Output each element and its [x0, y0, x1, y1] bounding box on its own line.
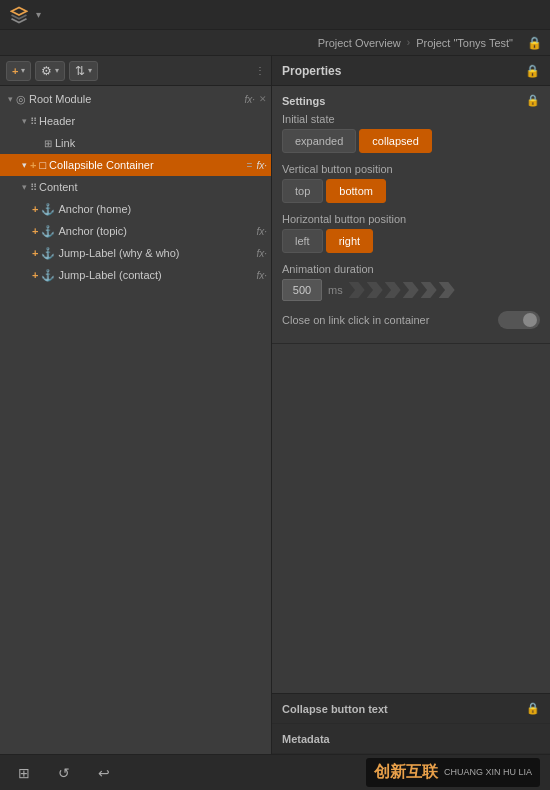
close-link-toggle[interactable] [498, 311, 540, 329]
jump-contact-icon: ⚓ [41, 269, 55, 282]
left-panel: + ▾ ⚙ ▾ ⇅ ▾ ⋮ ▾ ◎ Root Module fx· [0, 56, 272, 754]
content-label: Content [39, 181, 271, 193]
toggle-collapsible[interactable]: ▾ [18, 160, 30, 170]
close-link-label: Close on link click in container [282, 314, 429, 326]
tree-item-jump-label-why[interactable]: + ⚓ Jump-Label (why & who) fx· [0, 242, 271, 264]
collapsible-add-icon[interactable]: + [30, 159, 36, 171]
horizontal-btn-label: Horizontal button position [282, 213, 540, 225]
grid-view-button[interactable]: ⊞ [10, 759, 38, 787]
settings-section: Settings 🔒 Initial state expanded collap… [272, 86, 550, 344]
animation-controls: ms [282, 279, 540, 301]
anchor-home-add-icon[interactable]: + [32, 203, 38, 215]
collapse-btn-text-section[interactable]: Collapse button text 🔒 [272, 694, 550, 724]
vertical-top-btn[interactable]: top [282, 179, 323, 203]
metadata-section[interactable]: Metadata [272, 724, 550, 754]
root-module-fx: fx· [244, 94, 255, 105]
back-button[interactable]: ↩ [90, 759, 118, 787]
arrow-step-5[interactable] [421, 282, 437, 298]
jump-contact-label: Jump-Label (contact) [58, 269, 256, 281]
initial-state-row: Initial state expanded collapsed [282, 113, 540, 153]
initial-state-btn-group: expanded collapsed [282, 129, 540, 153]
tree-item-content[interactable]: ▾ ⠿ Content [0, 176, 271, 198]
link-label: Link [55, 137, 271, 149]
header-icon: ⠿ [30, 116, 36, 127]
settings-icon: ⚙ [41, 64, 52, 78]
animation-duration-row: Animation duration ms [282, 263, 540, 301]
vertical-btn-label: Vertical button position [282, 163, 540, 175]
arrow-step-3[interactable] [385, 282, 401, 298]
tree-item-header[interactable]: ▾ ⠿ Header [0, 110, 271, 132]
collapsible-eq-icon[interactable]: = [247, 160, 253, 171]
content-icon: ⠿ [30, 182, 36, 193]
root-module-icon: ◎ [16, 93, 26, 106]
arrow-step-4[interactable] [403, 282, 419, 298]
breadcrumb-lock-icon: 🔒 [527, 36, 542, 50]
collapsible-fx: fx· [256, 160, 267, 171]
props-spacer [272, 344, 550, 693]
arrow-step-2[interactable] [367, 282, 383, 298]
collapse-btn-lock-icon: 🔒 [526, 702, 540, 715]
watermark-logo-icon: 创新互联 [374, 762, 438, 783]
jump-why-fx: fx· [256, 248, 267, 259]
add-caret-icon: ▾ [21, 66, 25, 75]
breadcrumb-current-project[interactable]: Project "Tonys Test" [416, 37, 513, 49]
app-menu-trigger[interactable]: ▾ [36, 9, 41, 20]
collapsible-icon: □ [39, 159, 46, 171]
toggle-root-module[interactable]: ▾ [4, 94, 16, 104]
tree-item-link[interactable]: ▸ ⊞ Link [0, 132, 271, 154]
horizontal-btn-group: left right [282, 229, 540, 253]
main-area: + ▾ ⚙ ▾ ⇅ ▾ ⋮ ▾ ◎ Root Module fx· [0, 56, 550, 754]
app-logo[interactable] [8, 4, 30, 26]
root-module-label: Root Module [29, 93, 244, 105]
settings-tool-button[interactable]: ⚙ ▾ [35, 61, 65, 81]
breadcrumb-arrow: › [407, 37, 410, 48]
arrow-step-6[interactable] [439, 282, 455, 298]
animation-arrow-steps [349, 282, 455, 298]
tree-item-collapsible-container[interactable]: ▾ + □ Collapsible Container = fx· [0, 154, 271, 176]
jump-contact-add-icon[interactable]: + [32, 269, 38, 281]
toggle-header[interactable]: ▾ [18, 116, 30, 126]
breadcrumb-bar: Project Overview › Project "Tonys Test" … [0, 30, 550, 56]
tree-options-icon[interactable]: ⋮ [255, 65, 265, 76]
watermark-area: 创新互联 CHUANG XIN HU LIA [130, 758, 540, 787]
initial-state-label: Initial state [282, 113, 540, 125]
link-icon: ⊞ [44, 138, 52, 149]
close-link-row: Close on link click in container [282, 311, 540, 329]
vertical-bottom-btn[interactable]: bottom [326, 179, 386, 203]
arrow-step-1[interactable] [349, 282, 365, 298]
anchor-home-icon: ⚓ [41, 203, 55, 216]
anchor-topic-fx: fx· [256, 226, 267, 237]
anchor-topic-label: Anchor (topic) [58, 225, 256, 237]
jump-why-icon: ⚓ [41, 247, 55, 260]
add-element-button[interactable]: + ▾ [6, 61, 31, 81]
vertical-btn-group: top bottom [282, 179, 540, 203]
vertical-btn-row: Vertical button position top bottom [282, 163, 540, 203]
tree-item-jump-label-contact[interactable]: + ⚓ Jump-Label (contact) fx· [0, 264, 271, 286]
undo-icon: ↺ [58, 765, 70, 781]
properties-header: Properties 🔒 [272, 56, 550, 86]
toggle-content[interactable]: ▾ [18, 182, 30, 192]
initial-state-expanded-btn[interactable]: expanded [282, 129, 356, 153]
undo-button[interactable]: ↺ [50, 759, 78, 787]
tree-item-anchor-topic[interactable]: + ⚓ Anchor (topic) fx· [0, 220, 271, 242]
animation-unit: ms [328, 284, 343, 296]
breadcrumb-project-overview[interactable]: Project Overview [318, 37, 401, 49]
anchor-topic-add-icon[interactable]: + [32, 225, 38, 237]
jump-contact-fx: fx· [256, 270, 267, 281]
animation-value-input[interactable] [282, 279, 322, 301]
initial-state-collapsed-btn[interactable]: collapsed [359, 129, 431, 153]
collapsible-label: Collapsible Container [49, 159, 247, 171]
bottom-sections: Collapse button text 🔒 Metadata [272, 693, 550, 754]
settings-lock-icon: 🔒 [526, 94, 540, 107]
plus-icon: + [12, 65, 18, 77]
horizontal-left-btn[interactable]: left [282, 229, 323, 253]
properties-lock-icon: 🔒 [525, 64, 540, 78]
settings-caret-icon: ▾ [55, 66, 59, 75]
back-icon: ↩ [98, 765, 110, 781]
anchor-topic-icon: ⚓ [41, 225, 55, 238]
sync-tool-button[interactable]: ⇅ ▾ [69, 61, 98, 81]
tree-item-anchor-home[interactable]: + ⚓ Anchor (home) [0, 198, 271, 220]
horizontal-right-btn[interactable]: right [326, 229, 373, 253]
jump-why-add-icon[interactable]: + [32, 247, 38, 259]
tree-item-root-module[interactable]: ▾ ◎ Root Module fx· ✕ [0, 88, 271, 110]
